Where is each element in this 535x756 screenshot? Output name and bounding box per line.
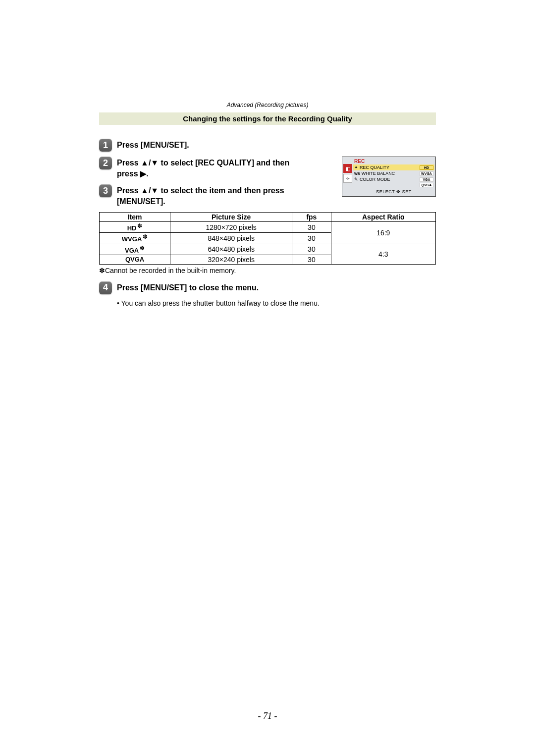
lcd-tab-setup-icon: ✧ (343, 174, 352, 183)
table-header-row: Item Picture Size fps Aspect Ratio (100, 213, 436, 222)
page-content: Advanced (Recording pictures) Changing t… (99, 102, 436, 307)
lcd-row-value: WVGA (420, 171, 433, 176)
lcd-footer: SELECT✥SET (353, 188, 434, 195)
step-2-number: 2 (99, 157, 112, 169)
table-row: VGA✽ 640×480 pixels 30 4:3 (100, 244, 436, 255)
diamond-icon: ✦ (354, 165, 358, 170)
lcd-row-color-mode: ✎ COLOR MODE VGA (353, 176, 434, 182)
palette-icon: ✎ (354, 177, 358, 182)
camera-lcd-mockup: ◧ ✧ REC ✦ REC QUALITY HD WB (342, 157, 436, 197)
cell-item: HD✽ (100, 222, 170, 233)
lcd-footer-select: SELECT (376, 189, 395, 194)
lcd-row-value: QVGA (420, 183, 433, 187)
lcd-row-text: WHITE BALANC (362, 171, 395, 176)
th-aspect-ratio: Aspect Ratio (331, 213, 435, 222)
lcd-row-qvga: QVGA (353, 182, 434, 188)
rec-quality-table: Item Picture Size fps Aspect Ratio HD✽ 1… (99, 212, 436, 265)
item-name: VGA (125, 247, 139, 254)
step-4-note: • You can also press the shutter button … (117, 299, 436, 307)
cell-fps: 30 (292, 222, 331, 233)
step-3: 3 Press ▲/▼ to select the item and then … (99, 184, 312, 207)
breadcrumb: Advanced (Recording pictures) (99, 102, 436, 108)
step-2-text: Press ▲/▼ to select [REC QUALITY] and th… (117, 157, 312, 179)
th-fps: fps (292, 213, 331, 222)
manual-page: Advanced (Recording pictures) Changing t… (0, 0, 535, 756)
step-4-number: 4 (99, 281, 112, 294)
cell-fps: 30 (292, 255, 331, 264)
lcd-row-rec-quality: ✦ REC QUALITY HD (353, 164, 434, 170)
lcd-row-text: COLOR MODE (360, 177, 390, 182)
footnote-star-icon: ✽ (137, 222, 142, 229)
cell-size: 848×480 pixels (170, 233, 292, 244)
lcd-row-label: ✎ COLOR MODE (354, 177, 390, 182)
table-row: HD✽ 1280×720 pixels 30 16:9 (100, 222, 436, 233)
lcd-row-label: WB WHITE BALANC (354, 171, 395, 176)
cell-aspect-4-3: 4:3 (331, 244, 435, 264)
cell-size: 1280×720 pixels (170, 222, 292, 233)
th-item: Item (100, 213, 170, 222)
step-3-number: 3 (99, 184, 112, 197)
item-name: HD (127, 224, 137, 232)
cell-fps: 30 (292, 233, 331, 244)
footnote-star-icon: ✽ (143, 233, 148, 240)
table-footnote: ✽Cannot be recorded in the built-in memo… (99, 267, 436, 274)
lcd-footer-set: SET (402, 189, 412, 194)
item-name: QVGA (125, 256, 144, 263)
steps-with-screenshot: 2 Press ▲/▼ to select [REC QUALITY] and … (99, 157, 436, 207)
cell-aspect-16-9: 16:9 (331, 222, 435, 244)
lcd-row-text: REC QUALITY (360, 165, 389, 170)
lcd-row-label: ✦ REC QUALITY (354, 165, 389, 170)
joystick-icon: ✥ (396, 189, 401, 194)
lcd-menu-header: REC (353, 158, 434, 164)
step-1-number: 1 (99, 139, 112, 152)
lcd-row-white-balance: WB WHITE BALANC WVGA (353, 170, 434, 176)
cell-item: QVGA (100, 255, 170, 264)
steps-left-column: 2 Press ▲/▼ to select [REC QUALITY] and … (99, 157, 312, 207)
step-3-text: Press ▲/▼ to select the item and then pr… (117, 184, 312, 207)
step-1: 1 Press [MENU/SET]. (99, 139, 436, 152)
cell-fps: 30 (292, 244, 331, 255)
lcd-side-tabs: ◧ ✧ (343, 164, 352, 183)
cell-size: 640×480 pixels (170, 244, 292, 255)
lcd-row-value: VGA (420, 177, 433, 182)
cell-item: VGA✽ (100, 244, 170, 255)
wb-icon: WB (354, 172, 360, 175)
th-picture-size: Picture Size (170, 213, 292, 222)
step-1-text: Press [MENU/SET]. (117, 139, 189, 151)
item-name: WVGA (122, 236, 142, 243)
footnote-star-icon: ✽ (140, 245, 145, 252)
lcd-row-value: HD (420, 165, 433, 170)
section-title: Changing the settings for the Recording … (99, 112, 436, 125)
cell-item: WVGA✽ (100, 233, 170, 244)
page-number: - 71 - (0, 711, 535, 721)
lcd-tab-rec-icon: ◧ (343, 164, 352, 173)
step-2: 2 Press ▲/▼ to select [REC QUALITY] and … (99, 157, 312, 179)
step-4-text: Press [MENU/SET] to close the menu. (117, 281, 259, 293)
cell-size: 320×240 pixels (170, 255, 292, 264)
step-4: 4 Press [MENU/SET] to close the menu. (99, 281, 436, 294)
lcd-body: REC ✦ REC QUALITY HD WB WHITE BALANC (352, 157, 435, 196)
